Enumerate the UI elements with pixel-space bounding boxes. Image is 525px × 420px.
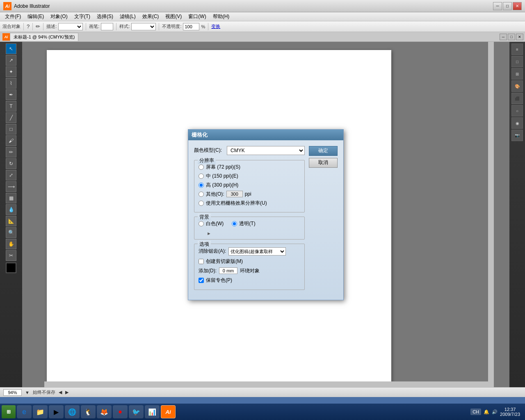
scissors-tool[interactable]: ✂	[6, 250, 16, 261]
menu-select[interactable]: 选择(S)	[94, 12, 116, 21]
toolbar-describe-label: 描述:	[46, 23, 57, 30]
hand-tool[interactable]: ✋	[6, 239, 16, 249]
doc-minimize-button[interactable]: ─	[500, 34, 507, 40]
shape-tool[interactable]: □	[6, 124, 16, 135]
toolbar-separator6	[159, 23, 159, 30]
panel-btn-8[interactable]: 📷	[511, 130, 523, 141]
taskbar-ppt[interactable]: 📊	[145, 405, 160, 418]
antialias-row: 消除锯齿(A): 优化图稿(超像素取样 无 优化文字(提示)	[199, 247, 300, 256]
cancel-button[interactable]: 取消	[309, 158, 338, 168]
res300-radio[interactable]	[199, 183, 204, 188]
rotate-tool[interactable]: ↻	[6, 158, 16, 169]
panel-btn-1[interactable]: ≡	[511, 43, 523, 55]
toolbar-brush-input[interactable]	[101, 23, 113, 30]
bg-transparent-radio[interactable]	[232, 221, 237, 226]
taskbar-app2[interactable]: 🦊	[97, 405, 112, 418]
magic-wand-tool[interactable]: ✦	[6, 66, 16, 77]
select-tool[interactable]: ↖	[6, 43, 16, 54]
zoom-input[interactable]	[3, 389, 22, 396]
confirm-button[interactable]: 确定	[309, 146, 338, 156]
menu-view[interactable]: 视图(V)	[162, 12, 185, 21]
resother-radio[interactable]	[199, 192, 204, 197]
menu-edit[interactable]: 编辑(E)	[24, 12, 47, 21]
createmask-label: 创建剪切蒙版(M)	[206, 258, 243, 265]
toolbar-question-icon[interactable]: ?	[27, 23, 30, 30]
res72-radio[interactable]	[199, 164, 204, 170]
panel-btn-5[interactable]: ⬛	[511, 93, 523, 104]
zoom-arrow[interactable]: ▼	[25, 390, 30, 395]
blend-tool[interactable]: ⟶	[6, 181, 16, 192]
toolbar-opacity-input[interactable]	[183, 23, 199, 30]
taskbar-app3[interactable]: ●	[113, 405, 128, 418]
taskbar-ie[interactable]: e	[17, 405, 32, 418]
taskbar-media[interactable]: ▶	[49, 405, 64, 418]
add-input[interactable]	[219, 267, 237, 274]
start-button[interactable]: ⊞	[2, 405, 16, 418]
nav-next[interactable]: ▶	[65, 390, 68, 395]
menu-help[interactable]: 帮助(H)	[210, 12, 233, 21]
ppi-input[interactable]	[226, 191, 243, 197]
menu-object[interactable]: 对象(O)	[47, 12, 71, 21]
menu-filter[interactable]: 滤镜(L)	[116, 12, 139, 21]
measure-tool[interactable]: 📐	[6, 216, 16, 226]
document-tab[interactable]: 未标题-1 @ 94% (CMYK/预览)	[10, 33, 78, 41]
toolbar-transform-label[interactable]: 变换	[211, 23, 220, 30]
gradient-tool[interactable]: ▦	[6, 193, 16, 203]
tray-icon2: 🔊	[492, 409, 498, 415]
resdoc-radio[interactable]	[199, 201, 204, 206]
window-controls: ─ □ ✕	[493, 2, 522, 10]
scale-tool[interactable]: ⤢	[6, 170, 16, 180]
doc-maximize-button[interactable]: □	[508, 34, 515, 40]
toolbar-separator2	[32, 23, 33, 30]
options-title: 选项	[198, 241, 211, 248]
toolbar-style-select[interactable]	[131, 23, 156, 30]
close-button[interactable]: ✕	[513, 2, 522, 10]
maximize-button[interactable]: □	[503, 2, 512, 10]
createmask-checkbox[interactable]	[199, 259, 204, 264]
resolution-title: 分辨率	[198, 157, 216, 164]
pencil-tool[interactable]: ✏	[6, 147, 16, 158]
panel-btn-6[interactable]: ○	[511, 105, 523, 116]
minimize-button[interactable]: ─	[493, 2, 502, 10]
add-row: 添加(D): 环绕对象	[199, 267, 300, 274]
type-tool[interactable]: T	[6, 101, 16, 112]
bg-transparent-label: 透明(T)	[239, 220, 255, 227]
menu-window[interactable]: 窗口(W)	[185, 12, 209, 21]
createmask-row: 创建剪切蒙版(M)	[199, 258, 300, 265]
line-tool[interactable]: ╱	[6, 112, 16, 123]
direct-select-tool[interactable]: ↗	[6, 55, 16, 66]
pen-tool[interactable]: ✒	[6, 89, 16, 100]
zoom-tool[interactable]: 🔍	[6, 227, 16, 238]
panel-btn-2[interactable]: □	[511, 56, 523, 67]
panel-btn-7[interactable]: ◉	[511, 117, 523, 129]
color-swatch[interactable]	[6, 262, 16, 273]
toolbar-pen-icon[interactable]: ✏	[36, 23, 40, 30]
toolbar-describe-select[interactable]	[58, 23, 83, 30]
lasso-tool[interactable]: ⌇	[6, 78, 16, 89]
panel-btn-4[interactable]: 🎨	[511, 80, 523, 92]
taskbar-folder[interactable]: 📁	[33, 405, 48, 418]
preservespot-checkbox[interactable]	[199, 278, 204, 283]
lang-indicator[interactable]: CH	[470, 409, 481, 415]
paint-tool[interactable]: 🖌	[6, 135, 16, 146]
menu-text[interactable]: 文字(T)	[71, 12, 94, 21]
doc-close-button[interactable]: ✕	[516, 34, 523, 40]
color-model-select[interactable]: CMYK RGB 灰度	[227, 146, 305, 155]
menu-effect[interactable]: 效果(C)	[139, 12, 162, 21]
taskbar-app4[interactable]: 🐦	[129, 405, 144, 418]
clock-time: 12:37	[500, 407, 520, 412]
bg-white-radio[interactable]	[199, 221, 204, 226]
taskbar-ai-active[interactable]: Ai	[161, 405, 176, 418]
menu-file[interactable]: 文件(F)	[2, 12, 24, 21]
res150-radio[interactable]	[199, 173, 204, 179]
antialias-select[interactable]: 优化图稿(超像素取样 无 优化文字(提示)	[228, 247, 286, 256]
panel-btn-3[interactable]: ⊞	[511, 68, 523, 80]
app-title: Adobe Illustrator	[14, 3, 493, 9]
toolbar-blend-label: 混合对象	[2, 23, 21, 30]
taskbar-app1[interactable]: 🐧	[81, 405, 96, 418]
taskbar-globe[interactable]: 🌐	[65, 405, 80, 418]
toolbar-separator5	[116, 23, 116, 30]
eyedrop-tool[interactable]: 💧	[6, 204, 16, 215]
nav-prev[interactable]: ◀	[59, 390, 62, 395]
doc-window-controls: ─ □ ✕	[500, 34, 525, 40]
